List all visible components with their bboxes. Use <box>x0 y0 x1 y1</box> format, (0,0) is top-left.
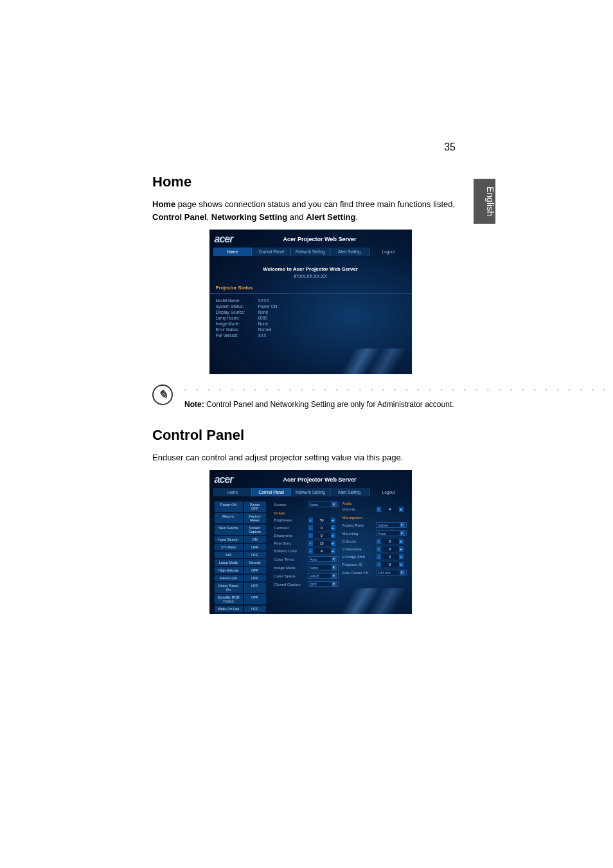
cp-select[interactable]: None▾ <box>308 502 339 507</box>
plus-button[interactable]: + <box>399 562 404 567</box>
plus-button[interactable]: + <box>399 547 404 552</box>
plus-button[interactable]: + <box>399 554 404 559</box>
tab-alert-setting[interactable]: Alert Setting <box>330 248 369 256</box>
cp-select-row: Closed Caption OFF▾ <box>274 581 339 587</box>
cp-button[interactable]: High Altitude <box>215 567 243 574</box>
cp-slider-label: Volume <box>342 507 375 511</box>
minus-button[interactable]: - <box>377 507 381 512</box>
minus-button[interactable]: - <box>308 541 313 546</box>
plus-button[interactable]: + <box>331 548 335 554</box>
minus-button[interactable]: - <box>308 548 313 554</box>
cp-slider[interactable]: - 0 + <box>308 525 335 530</box>
minus-button[interactable]: - <box>308 525 313 530</box>
chevron-down-icon: ▾ <box>332 565 337 570</box>
cp-button[interactable]: Power ON <box>215 502 243 512</box>
cp-select-row: Color Space sRGB▾ <box>274 573 339 579</box>
cp-button[interactable]: OFF <box>244 594 266 604</box>
cp-button[interactable]: Power OFF <box>244 502 266 512</box>
cp-button[interactable]: OFF <box>244 583 266 593</box>
cp-button[interactable]: Menu Lock <box>215 575 243 581</box>
cp-button[interactable]: Input Search <box>215 536 243 543</box>
cp-button[interactable]: Lamp Mode <box>215 559 243 566</box>
control-panel-screenshot: acer Acer Projector Web Server Home Cont… <box>209 470 412 614</box>
cp-button[interactable]: ON <box>244 536 266 543</box>
tab-logout[interactable]: Logout <box>369 248 408 256</box>
note-body-text: Control Panel and Networking Setting are… <box>204 400 454 409</box>
projector-status-title: Projector Status <box>209 285 412 294</box>
cp-slider[interactable]: - 0 + <box>377 554 404 559</box>
cp-tab-network-setting[interactable]: Network Setting <box>290 488 330 496</box>
cp-slider-row: D.Zoom - 0 + <box>342 539 407 544</box>
home-intro-bold: Home <box>152 199 175 209</box>
cp-button[interactable]: Screen Capture <box>244 525 266 535</box>
cp-slider-row: Fine Sync - 15 + <box>274 541 339 546</box>
slider-value: 15 <box>313 541 331 546</box>
cp-select-label: Image Mode <box>274 566 306 570</box>
plus-button[interactable]: + <box>331 518 335 523</box>
plus-button[interactable]: + <box>331 525 335 530</box>
plus-button[interactable]: + <box>331 541 335 546</box>
cp-slider[interactable]: - 0 + <box>377 562 404 567</box>
cp-button[interactable]: Next Source <box>215 525 243 535</box>
cp-button[interactable]: Normal <box>244 559 266 566</box>
cp-button[interactable]: Direct Power On <box>215 583 243 593</box>
status-value: None <box>258 321 269 326</box>
cp-button[interactable]: OFF <box>244 552 266 558</box>
control-panel-heading: Control Panel <box>152 427 468 444</box>
cp-select[interactable]: Native▾ <box>376 522 407 528</box>
status-label: FW Version: <box>216 333 258 338</box>
cp-select[interactable]: sRGB▾ <box>308 573 339 579</box>
cp-slider-row: Volume - 4 + <box>342 507 407 512</box>
cp-button-pair: Next SourceScreen Capture <box>215 525 271 535</box>
status-row: Lamp Hours:0000 <box>209 315 412 321</box>
status-row: Model Name:XXXX <box>209 298 412 303</box>
cp-button[interactable]: OFF <box>244 544 266 550</box>
cp-select[interactable]: None▾ <box>308 565 339 570</box>
cp-button[interactable]: V.Y Ratio <box>215 544 243 550</box>
cp-select[interactable]: OFF▾ <box>308 581 339 587</box>
cp-tab-logout[interactable]: Logout <box>369 488 408 496</box>
cp-slider[interactable]: - 0 + <box>377 539 404 544</box>
chevron-down-icon: ▾ <box>332 582 337 586</box>
plus-button[interactable]: + <box>399 507 404 512</box>
cp-acer-logo: acer <box>215 474 233 485</box>
minus-button[interactable]: - <box>377 562 381 567</box>
cp-select[interactable]: Auto▾ <box>308 556 339 562</box>
minus-button[interactable]: - <box>308 518 313 523</box>
cp-slider[interactable]: - 4 + <box>308 548 335 554</box>
tab-network-setting[interactable]: Network Setting <box>290 248 330 256</box>
cp-button-pair: Direct Power OnOFF <box>215 583 271 593</box>
cp-button[interactable]: StandBy RGB Output <box>215 594 243 604</box>
minus-button[interactable]: - <box>377 554 381 559</box>
slider-value: 0 <box>313 533 331 538</box>
cp-tab-control-panel[interactable]: Control Panel <box>251 488 290 496</box>
cp-slider[interactable]: - 4 + <box>377 507 404 512</box>
minus-button[interactable]: - <box>308 533 313 538</box>
plus-button[interactable]: + <box>399 539 404 544</box>
cp-button[interactable]: OFF <box>244 575 266 581</box>
plus-button[interactable]: + <box>331 533 335 538</box>
cp-button[interactable]: OFF <box>244 606 266 612</box>
cp-select[interactable]: Front▾ <box>376 530 407 536</box>
cp-slider[interactable]: - 0 + <box>308 533 335 538</box>
chevron-down-icon: ▾ <box>332 574 337 578</box>
cp-button[interactable]: Wake On Lan <box>215 606 243 612</box>
cp-select-label: Mounting <box>342 532 374 536</box>
cp-button[interactable]: Resync <box>215 513 243 523</box>
minus-button[interactable]: - <box>377 547 381 552</box>
cp-slider[interactable]: - 15 + <box>308 541 335 546</box>
cp-button[interactable]: Still <box>215 552 243 558</box>
cp-tab-home[interactable]: Home <box>213 488 252 496</box>
cp-button[interactable]: 3D Display <box>215 613 243 614</box>
cp-button[interactable]: OFF <box>244 613 266 614</box>
cp-select[interactable]: 120 min▾ <box>376 570 407 575</box>
cp-select-label: Closed Caption <box>274 583 306 586</box>
cp-slider[interactable]: - 50 + <box>308 518 335 523</box>
cp-slider[interactable]: - 0 + <box>377 547 404 552</box>
minus-button[interactable]: - <box>377 539 381 544</box>
cp-button[interactable]: Factory Reset <box>244 513 266 523</box>
cp-button[interactable]: OFF <box>244 567 266 574</box>
tab-control-panel[interactable]: Control Panel <box>251 248 290 256</box>
tab-home[interactable]: Home <box>213 248 252 256</box>
cp-tab-alert-setting[interactable]: Alert Setting <box>330 488 369 496</box>
